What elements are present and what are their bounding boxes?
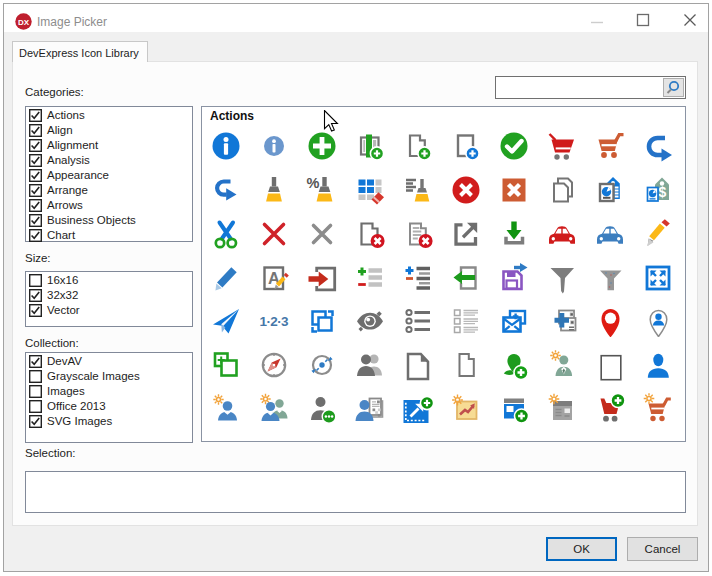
- svg-text:%: %: [307, 175, 320, 191]
- svg-text:$: $: [659, 184, 667, 200]
- svg-text:1·2·3: 1·2·3: [260, 314, 290, 329]
- svg-text:DX: DX: [18, 18, 30, 27]
